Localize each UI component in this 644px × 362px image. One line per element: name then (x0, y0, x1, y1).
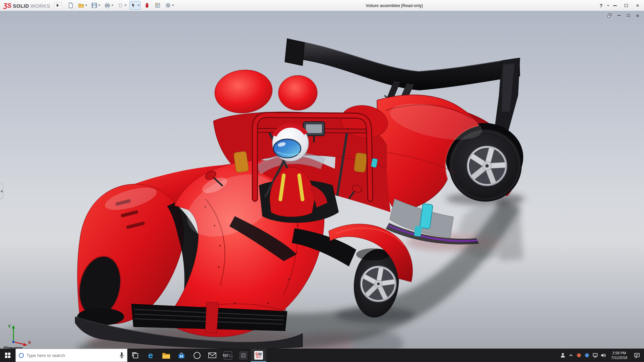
network-icon (592, 353, 598, 358)
start-button[interactable] (0, 349, 15, 362)
select-dropdown-caret[interactable] (138, 5, 140, 6)
taskbar-app-mail[interactable] (205, 349, 220, 362)
taskbar-clock[interactable]: 2:58 PM 7/11/2018 (607, 351, 631, 360)
cage-pad-left (233, 151, 249, 173)
tray-status-blue[interactable] (583, 349, 591, 362)
tray-overflow-button[interactable] (567, 349, 575, 362)
collapse-arrow-icon (1, 190, 2, 193)
3d-scene (0, 11, 644, 349)
save-dropdown-caret[interactable] (98, 5, 100, 6)
cascade-icon (607, 13, 611, 17)
doc-close-button[interactable]: × (635, 13, 641, 18)
design-library-button[interactable] (153, 1, 162, 10)
print-button[interactable] (103, 1, 114, 10)
save-icon (91, 2, 97, 8)
taskbar-app-file-explorer[interactable] (158, 349, 174, 362)
ds-logo-glyph: ƷS (3, 2, 11, 9)
taskbar-app-edge[interactable]: e (143, 349, 158, 362)
design-library-icon (155, 2, 161, 8)
appearance-button[interactable] (143, 1, 151, 10)
minimize-icon (613, 5, 617, 6)
chevron-up-icon (569, 353, 573, 358)
head-fairing-right (278, 75, 317, 110)
windows-taskbar: e &gt;_ SW (0, 349, 644, 362)
search-input[interactable] (26, 353, 117, 358)
options-dropdown-caret[interactable] (172, 5, 174, 6)
ring-app-icon (194, 352, 201, 359)
open-folder-icon (78, 2, 84, 8)
minimize-button[interactable] (609, 1, 621, 10)
solidworks-app-icon: SW 2017 (254, 351, 263, 360)
clock-time: 2:58 PM (612, 351, 626, 355)
orientation-triad: Y X (5, 322, 32, 347)
print-icon (104, 2, 110, 8)
maximize-button[interactable] (621, 1, 632, 10)
tray-people-button[interactable] (559, 349, 567, 362)
taskbar-app-dark[interactable] (235, 349, 251, 362)
help-button[interactable]: ? (596, 1, 606, 10)
undo-dropdown-caret[interactable] (124, 5, 126, 6)
window-title: Voiture assemblee [Read-only] (366, 0, 423, 11)
microphone-icon[interactable] (119, 352, 124, 359)
status-blue-icon (585, 353, 589, 357)
taskbar-app-store[interactable] (174, 349, 189, 362)
doc-minimize-button[interactable] (616, 13, 622, 18)
cage-pad-right (354, 153, 368, 173)
volume-icon (600, 353, 606, 358)
tray-network-button[interactable] (591, 349, 599, 362)
doc-maximize-icon (627, 14, 630, 17)
appearance-pill-icon (144, 2, 150, 8)
select-tool-button[interactable] (129, 1, 141, 10)
close-button[interactable]: × (632, 1, 643, 10)
file-explorer-icon (162, 352, 170, 359)
dark-app-icon (239, 351, 248, 360)
menu-expander-button[interactable] (54, 2, 62, 9)
brand-solid: SOLID (13, 3, 29, 9)
clock-date: 7/11/2018 (611, 355, 627, 360)
tray-status-red[interactable] (575, 349, 583, 362)
status-red-icon (577, 353, 581, 357)
system-tray: 2:58 PM 7/11/2018 (559, 349, 644, 362)
taskbar-app-command-prompt[interactable]: &gt;_ (220, 349, 235, 362)
maximize-icon (625, 4, 628, 7)
document-window-controls: × (606, 13, 641, 18)
people-icon (560, 353, 566, 358)
task-view-icon (131, 352, 139, 359)
titlebar: ƷS SOLIDWORKS (0, 0, 644, 11)
brand-works: WORKS (31, 3, 50, 9)
window-controls: ? × (596, 0, 643, 11)
taskbar-search[interactable] (15, 349, 127, 362)
action-center-button[interactable] (631, 349, 643, 362)
triad-x-label: X (28, 340, 31, 345)
command-prompt-icon: &gt;_ (224, 351, 232, 360)
edge-icon: e (148, 351, 153, 360)
gear-icon (165, 2, 171, 8)
new-document-icon (68, 2, 74, 8)
open-dropdown-caret[interactable] (85, 5, 87, 6)
open-button[interactable] (77, 1, 88, 10)
print-dropdown-caret[interactable] (111, 5, 113, 6)
windows-logo-icon (5, 353, 10, 358)
quick-access-toolbar (66, 1, 175, 10)
save-button[interactable] (90, 1, 101, 10)
tray-volume-button[interactable] (599, 349, 607, 362)
doc-minimize-icon (618, 15, 621, 16)
feature-panel-collapse-tab[interactable] (0, 184, 3, 199)
task-view-button[interactable] (127, 349, 143, 362)
new-document-button[interactable] (66, 1, 75, 10)
graphics-viewport: × (0, 11, 644, 349)
triad-z-origin (12, 341, 15, 343)
action-center-icon (634, 352, 640, 358)
taskbar-app-ring[interactable] (189, 349, 205, 362)
taskbar-app-solidworks[interactable]: SW 2017 (251, 349, 266, 362)
doc-cascade-button[interactable] (606, 13, 612, 18)
options-button[interactable] (164, 1, 175, 10)
graphics-area[interactable] (0, 11, 644, 349)
undo-icon (117, 2, 123, 8)
grille-pillar (205, 302, 219, 334)
triad-y-label: Y (8, 324, 11, 329)
doc-maximize-button[interactable] (625, 13, 631, 18)
select-cursor-icon (130, 2, 137, 8)
store-icon (178, 352, 185, 359)
undo-button[interactable] (116, 1, 127, 10)
